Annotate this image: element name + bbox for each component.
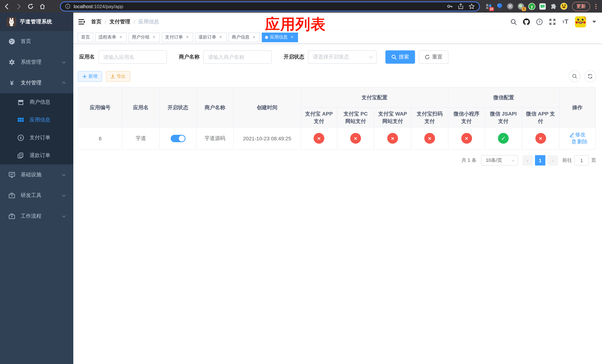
- sidebar: 芋道管理系统 首页 系统管理 ¥ 支付管理: [0, 13, 73, 364]
- extension-kanban-icon[interactable]: 10: [485, 3, 492, 10]
- edit-link[interactable]: 修改: [569, 131, 586, 138]
- reset-button[interactable]: 重置: [419, 50, 448, 64]
- workflow-case-icon: [7, 213, 16, 220]
- sidebar-item-label: 基础设施: [21, 171, 42, 178]
- status-select[interactable]: 请选择开启状态: [308, 50, 376, 64]
- extension-y-icon[interactable]: y: [528, 3, 535, 10]
- cell-actions: 修改 删除: [559, 127, 595, 150]
- sidebar-item-pay-order[interactable]: ¥ 支付订单: [0, 129, 73, 147]
- extension-balloon-icon[interactable]: [496, 3, 503, 10]
- delete-link[interactable]: 删除: [572, 138, 588, 145]
- sidebar-collapse-icon[interactable]: [78, 19, 85, 25]
- avatar-caret-icon[interactable]: [592, 21, 596, 23]
- browser-update-button[interactable]: 更新: [572, 2, 590, 11]
- page-1-button[interactable]: 1: [535, 155, 545, 166]
- tab-home[interactable]: 首页: [78, 32, 93, 42]
- col-app-name: 应用名: [122, 87, 159, 127]
- sidebar-item-home[interactable]: 首页: [0, 31, 73, 52]
- tab-merchant-info[interactable]: 商户信息×: [228, 32, 260, 42]
- page-size-select[interactable]: 10条/页: [481, 155, 518, 166]
- col-alipay-app: 支付宝 APP 支付: [301, 107, 337, 127]
- site-info-icon[interactable]: [65, 4, 70, 9]
- sidebar-item-workflow[interactable]: 工作流程: [0, 206, 73, 227]
- search-icon[interactable]: [510, 19, 517, 25]
- reload-icon[interactable]: [27, 3, 34, 10]
- back-icon[interactable]: [4, 3, 10, 10]
- tab-refund-order[interactable]: 退款订单×: [195, 32, 226, 42]
- toolbox-icon: [7, 192, 16, 199]
- sidebar-item-dev-tools[interactable]: 研发工具: [0, 185, 73, 206]
- breadcrumb-home[interactable]: 首页: [91, 19, 101, 25]
- next-page-button[interactable]: ›: [548, 155, 558, 166]
- close-icon[interactable]: ×: [185, 35, 190, 40]
- sidebar-item-refund-order[interactable]: 退款订单: [0, 147, 73, 164]
- tab-pay-order[interactable]: 支付订单×: [162, 32, 193, 42]
- bookmark-star-icon[interactable]: [469, 3, 475, 9]
- close-icon[interactable]: ×: [118, 35, 123, 40]
- search-button[interactable]: 搜索: [386, 50, 415, 64]
- browser-menu-icon[interactable]: [593, 4, 598, 9]
- config-status-icon: ×: [535, 133, 546, 144]
- top-navbar: 首页 / 支付管理 / 应用信息 ?: [73, 13, 602, 31]
- sidebar-item-label: 研发工具: [21, 192, 42, 199]
- grid-icon: [16, 117, 25, 123]
- add-button[interactable]: 新增: [78, 71, 102, 82]
- config-status-icon: ×: [424, 133, 435, 144]
- app-name-label: 应用名: [79, 54, 95, 60]
- font-size-icon[interactable]: TT: [562, 19, 569, 25]
- sidebar-item-infrastructure[interactable]: 基础设施: [0, 164, 73, 185]
- search-button-label: 搜索: [399, 54, 409, 60]
- address-bar[interactable]: localhost:1024/pay/app: [60, 1, 480, 11]
- close-icon[interactable]: ×: [151, 35, 157, 40]
- refresh-button[interactable]: [584, 70, 596, 82]
- close-icon[interactable]: ×: [218, 35, 223, 40]
- status-label: 开启状态: [284, 54, 304, 60]
- page-unit-label: 页: [591, 157, 596, 164]
- sidebar-item-app-info[interactable]: 应用信息: [0, 111, 73, 129]
- help-icon[interactable]: ?: [536, 19, 543, 25]
- show-search-button[interactable]: [569, 70, 580, 82]
- user-avatar[interactable]: [575, 16, 586, 27]
- chevron-down-icon: [62, 172, 66, 176]
- export-button[interactable]: 导出: [106, 71, 130, 82]
- sidebar-item-label: 退款订单: [30, 152, 50, 159]
- status-toggle[interactable]: [171, 135, 185, 142]
- tab-process-form[interactable]: 流程表单×: [95, 32, 127, 42]
- password-key-icon[interactable]: [447, 3, 453, 9]
- dashboard-icon: [7, 38, 16, 45]
- goto-page-input[interactable]: [574, 155, 589, 166]
- prev-page-button[interactable]: ‹: [522, 155, 533, 166]
- svg-text:?: ?: [538, 20, 540, 24]
- url-path: :1024/pay/app: [93, 3, 123, 9]
- breadcrumb-payment[interactable]: 支付管理: [110, 19, 130, 25]
- github-icon[interactable]: [523, 19, 530, 25]
- col-alipay-qr: 支付宝扫码支付: [411, 107, 448, 127]
- screen: localhost:1024/pay/app 10: [0, 0, 602, 364]
- share-icon[interactable]: [458, 3, 463, 9]
- close-icon[interactable]: ×: [251, 35, 257, 40]
- extension-command-icon[interactable]: ⌘: [506, 3, 514, 10]
- sidebar-item-payment[interactable]: ¥ 支付管理: [0, 73, 73, 93]
- extension-badge: 1: [522, 7, 526, 11]
- merchant-name-input[interactable]: [203, 50, 272, 64]
- profile-emoji-avatar[interactable]: [560, 3, 568, 10]
- extensions-puzzle-icon[interactable]: [549, 3, 557, 10]
- extension-recorder-icon[interactable]: 1: [517, 3, 525, 10]
- close-icon[interactable]: ×: [290, 35, 295, 40]
- svg-text:⌘: ⌘: [508, 4, 512, 9]
- fullscreen-icon[interactable]: [549, 19, 556, 25]
- reset-button-label: 重置: [432, 54, 442, 60]
- forward-icon[interactable]: [16, 3, 22, 10]
- breadcrumb-separator: /: [134, 19, 135, 25]
- svg-text:¥: ¥: [20, 136, 22, 140]
- tab-label: 用户分组: [132, 34, 150, 40]
- home-icon[interactable]: [39, 3, 45, 10]
- sidebar-item-system[interactable]: 系统管理: [0, 52, 73, 73]
- app-logo[interactable]: 芋道管理系统: [0, 13, 73, 31]
- extension-chat-icon[interactable]: [539, 3, 546, 10]
- sidebar-item-merchant-info[interactable]: 商户信息: [0, 93, 73, 111]
- sidebar-item-label: 系统管理: [21, 59, 42, 65]
- app-name-input[interactable]: [98, 50, 167, 64]
- tab-user-group[interactable]: 用户分组×: [129, 32, 160, 42]
- url-text[interactable]: localhost:1024/pay/app: [74, 3, 123, 9]
